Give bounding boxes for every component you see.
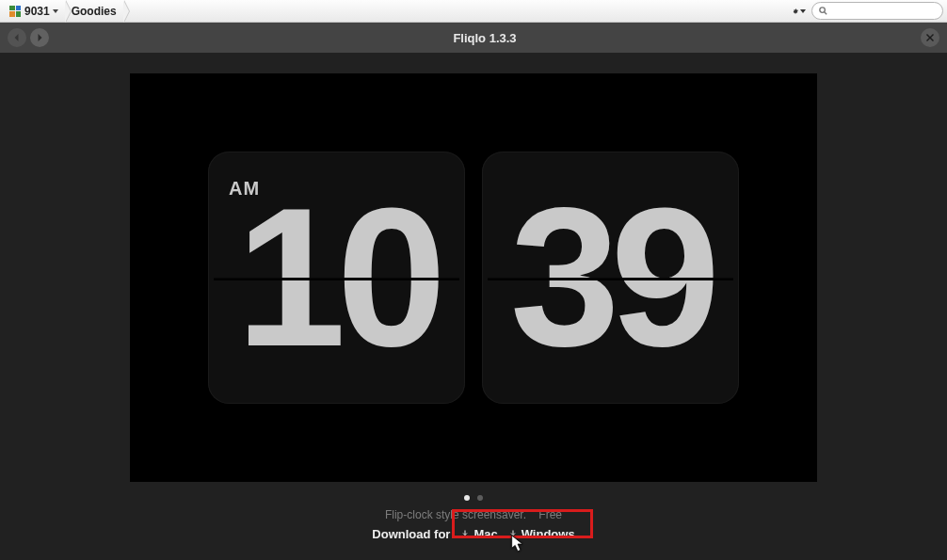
download-mac-label: Mac — [474, 527, 497, 541]
description-text: Flip-clock style screensaver. — [385, 508, 526, 521]
viewer-title: Fliqlo 1.3.3 — [49, 31, 921, 45]
download-mac-link[interactable]: Mac — [459, 527, 497, 541]
page-dot-2[interactable] — [477, 495, 483, 501]
page-indicator — [464, 495, 483, 501]
minutes-digits: 39 — [510, 179, 712, 376]
download-prefix: Download for — [372, 527, 450, 541]
description-line: Flip-clock style screensaver. Free — [385, 508, 562, 521]
download-windows-label: Windows — [522, 527, 575, 541]
chevron-down-icon — [53, 9, 58, 13]
viewer-header: Fliqlo 1.3.3 — [0, 23, 947, 53]
breadcrumb: 9031 Goodies — [4, 0, 124, 22]
hours-digits: 10 — [236, 179, 438, 376]
breadcrumb-site-label: 9031 — [24, 5, 50, 18]
close-button[interactable] — [921, 28, 939, 47]
ampm-label: AM — [229, 178, 260, 200]
breadcrumb-page-label: Goodies — [72, 5, 117, 18]
close-icon — [924, 32, 936, 43]
search-field[interactable] — [811, 2, 943, 20]
svg-point-0 — [820, 8, 826, 13]
breadcrumb-site[interactable]: 9031 — [4, 0, 66, 22]
settings-button[interactable] — [793, 5, 806, 18]
flip-card-minutes: 39 — [482, 152, 739, 404]
browser-toolbar: 9031 Goodies — [0, 0, 947, 23]
flip-card-hours: AM 10 — [208, 152, 465, 404]
download-icon — [507, 529, 519, 540]
page-dot-1[interactable] — [464, 495, 470, 501]
screenshot-preview: AM 10 39 — [130, 73, 817, 482]
download-row: Download for Mac Windows — [372, 527, 574, 541]
prev-button[interactable] — [8, 28, 26, 47]
download-windows-link[interactable]: Windows — [507, 527, 575, 541]
download-icon — [459, 529, 471, 540]
chevron-down-icon — [800, 9, 806, 13]
search-input[interactable] — [832, 6, 937, 17]
next-button[interactable] — [30, 28, 49, 47]
viewer-stage: Fliqlo 1.3.3 AM 10 39 Flip-clock style s… — [0, 23, 947, 560]
breadcrumb-page[interactable]: Goodies — [66, 0, 124, 22]
svg-line-1 — [825, 12, 827, 15]
search-icon — [818, 6, 828, 16]
site-grid-icon — [9, 6, 21, 17]
price-label: Free — [538, 508, 562, 521]
